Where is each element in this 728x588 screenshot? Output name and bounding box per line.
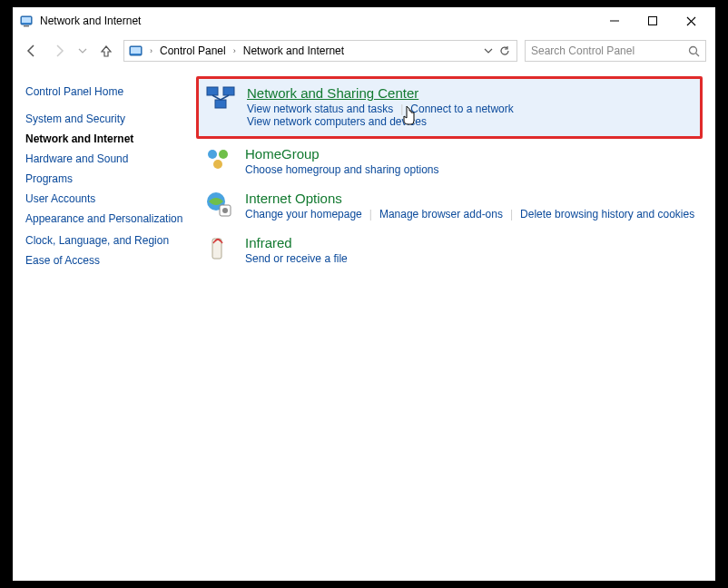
up-button[interactable] [96,41,116,61]
svg-rect-13 [215,100,226,108]
link-view-network-computers[interactable]: View network computers and devices [247,115,427,128]
network-sharing-icon [205,83,236,114]
back-button[interactable] [22,41,42,61]
window-title: Network and Internet [40,15,141,27]
sidebar-item-appearance[interactable]: Appearance and Personalization [25,209,187,230]
separator: | [503,208,520,220]
breadcrumb-current[interactable]: Network and Internet [241,44,346,57]
link-change-homepage[interactable]: Change your homepage [245,208,362,220]
chevron-right-icon: › [231,46,238,55]
link-delete-history[interactable]: Delete browsing history and cookies [520,208,694,220]
window: Network and Internet [13,7,715,581]
sidebar-item-user-accounts[interactable]: User Accounts [25,189,187,209]
recent-dropdown[interactable] [76,41,89,61]
svg-point-9 [690,46,697,54]
category-internet-options: Internet Options Change your homepage|Ma… [196,183,703,228]
svg-point-21 [222,208,228,213]
address-bar[interactable]: › Control Panel › Network and Internet [123,40,517,62]
search-icon [688,45,700,57]
sidebar: Control Panel Home System and Security N… [25,76,196,568]
search-box[interactable] [525,40,706,62]
link-send-receive-file[interactable]: Send or receive a file [245,252,348,265]
category-title-link[interactable]: Internet Options [245,191,342,206]
svg-line-14 [212,95,221,100]
maximize-button[interactable] [634,8,672,34]
sidebar-home[interactable]: Control Panel Home [25,82,187,102]
svg-point-16 [208,150,217,159]
link-manage-addons[interactable]: Manage browser add-ons [379,208,503,220]
control-panel-icon [20,14,34,28]
sidebar-item-system-security[interactable]: System and Security [25,109,187,129]
link-choose-homegroup[interactable]: Choose homegroup and sharing options [245,163,438,176]
sidebar-item-programs[interactable]: Programs [25,169,187,189]
history-dropdown-icon[interactable] [484,46,493,55]
forward-button[interactable] [49,41,69,61]
separator: | [393,103,410,115]
chevron-right-icon: › [148,46,154,55]
category-title-link[interactable]: Infrared [245,235,292,250]
infrared-icon [203,233,234,264]
breadcrumb-root[interactable]: Control Panel [158,44,228,57]
svg-point-17 [219,150,228,159]
link-connect-to-network[interactable]: Connect to a network [410,103,513,115]
refresh-icon[interactable] [498,44,511,57]
svg-rect-4 [649,17,657,25]
svg-line-10 [696,53,700,56]
svg-rect-11 [207,87,218,95]
category-infrared: Infrared Send or receive a file [196,228,703,272]
main-panel: Network and Sharing Center View network … [196,76,703,568]
svg-rect-8 [131,47,141,54]
link-view-network-status[interactable]: View network status and tasks [247,103,393,115]
svg-rect-1 [22,17,31,23]
content-body: Control Panel Home System and Security N… [13,67,715,581]
navbar: › Control Panel › Network and Internet [13,34,715,67]
category-homegroup: HomeGroup Choose homegroup and sharing o… [196,139,703,183]
close-button[interactable] [672,8,710,34]
svg-line-15 [221,95,229,100]
sidebar-item-network-internet[interactable]: Network and Internet [25,129,187,149]
sidebar-item-ease-of-access[interactable]: Ease of Access [25,250,187,270]
sidebar-item-clock-language-region[interactable]: Clock, Language, and Region [25,230,187,250]
sidebar-item-hardware-sound[interactable]: Hardware and Sound [25,149,187,169]
location-icon [128,43,144,59]
svg-rect-2 [24,25,29,27]
minimize-button[interactable] [595,8,634,34]
category-network-sharing-center: Network and Sharing Center View network … [196,76,703,139]
category-title-link[interactable]: Network and Sharing Center [247,85,418,101]
internet-options-icon [203,189,234,220]
category-title-link[interactable]: HomeGroup [245,146,320,162]
separator: | [362,208,379,220]
svg-rect-12 [223,87,234,95]
titlebar: Network and Internet [13,7,715,34]
homegroup-icon [203,144,234,175]
svg-point-18 [213,160,222,169]
search-input[interactable] [531,44,688,57]
window-controls [595,8,710,34]
